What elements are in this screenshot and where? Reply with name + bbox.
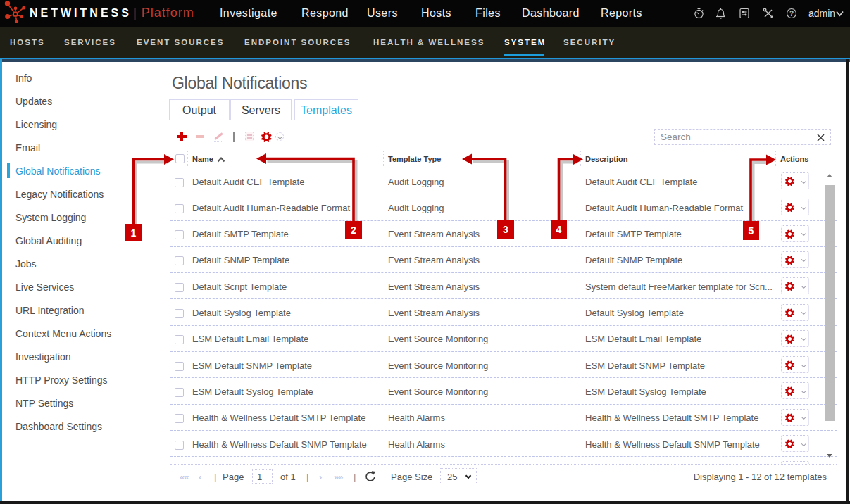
svg-text:?: ? — [789, 10, 794, 18]
svg-text:1: 1 — [131, 227, 137, 239]
